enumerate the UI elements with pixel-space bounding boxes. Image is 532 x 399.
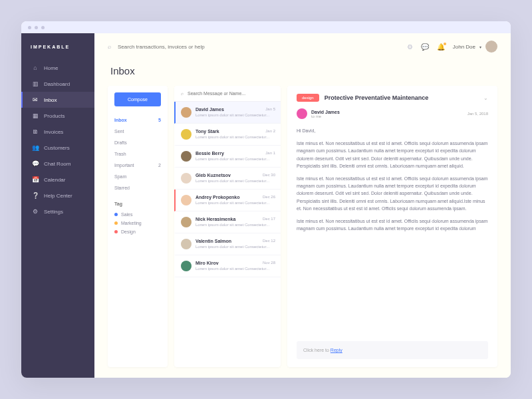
tag-dot-icon: [114, 221, 118, 225]
sidebar: IMPEKABLE ⌂Home▥Dashboard✉Inbox▦Products…: [21, 33, 94, 378]
search-icon: ⌕: [108, 43, 111, 50]
message-preview: Lorem ipsum dolor sit amet Consectetur..…: [196, 157, 275, 161]
message-item[interactable]: Valentin SalmonLorem ipsum dolor sit ame…: [174, 233, 281, 255]
nav-label: Invoices: [44, 129, 63, 135]
nav-item-invoices[interactable]: 🗎Invoices: [21, 124, 94, 140]
notifications-icon[interactable]: 🔔: [437, 43, 445, 51]
folder-important[interactable]: Important2: [114, 160, 161, 171]
reply-box[interactable]: Click here to Reply: [297, 341, 488, 359]
avatar: [181, 129, 192, 140]
tag-design[interactable]: Design: [114, 227, 161, 236]
message-search-input[interactable]: [188, 91, 274, 96]
message-preview: Lorem ipsum dolor sit amet Consectetur..…: [196, 113, 275, 117]
message-preview: Lorem ipsum dolor sit amet Consectetur..…: [196, 179, 275, 183]
settings-icon[interactable]: ⚙: [407, 43, 413, 51]
message-preview: Lorem ipsum dolor sit amet Consectetur..…: [196, 135, 275, 139]
topbar: ⌕ ⚙ 💬 🔔 John Doe ▾: [94, 33, 511, 60]
chat-icon: 💬: [32, 160, 39, 167]
tag-sales[interactable]: Sales: [114, 210, 161, 219]
nav-item-settings[interactable]: ⚙Settings: [21, 203, 94, 219]
reader-panel: design Protective Preventative Maintenan…: [287, 86, 497, 367]
global-search-input[interactable]: [118, 44, 400, 50]
message-preview: Lorem ipsum dolor sit amet Consectetur..…: [196, 267, 275, 271]
category-badge: design: [297, 94, 319, 102]
nav-label: Products: [44, 113, 65, 119]
message-list-panel: ⌕ David JamesLorem ipsum dolor sit amet …: [174, 86, 281, 367]
folder-inbox[interactable]: Inbox5: [114, 114, 161, 126]
page-title: Inbox: [94, 60, 511, 86]
nav-item-calendar[interactable]: 📅Calendar: [21, 172, 94, 188]
cal-icon: 📅: [32, 176, 39, 183]
message-item[interactable]: David JamesLorem ipsum dolor sit amet Co…: [174, 102, 281, 124]
message-item[interactable]: Nick HerasimenkaLorem ipsum dolor sit am…: [174, 211, 281, 233]
nav-label: Calendar: [44, 177, 65, 183]
avatar: [181, 107, 192, 118]
reply-link[interactable]: Reply: [331, 348, 342, 352]
home-icon: ⌂: [32, 65, 39, 71]
avatar: [181, 195, 192, 205]
tags-header: Tag: [114, 201, 161, 206]
message-preview: Lorem ipsum dolor sit amet Consectetur..…: [196, 223, 275, 227]
nav-label: Settings: [44, 209, 63, 215]
nav-label: Chat Room: [44, 161, 70, 167]
message-date: Nov 28: [263, 261, 275, 265]
message-sender: Tony Stark: [196, 129, 275, 134]
message-date: Jan 2: [265, 129, 275, 133]
avatar: [181, 217, 192, 227]
compose-button[interactable]: Compose: [114, 92, 161, 106]
nav-item-chat-room[interactable]: 💬Chat Room: [21, 156, 94, 172]
chevron-down-icon[interactable]: ⌄: [483, 95, 488, 101]
bars-icon: ▥: [32, 80, 39, 87]
message-sender: David James: [196, 107, 275, 112]
avatar: [181, 173, 192, 184]
avatar: [181, 261, 192, 271]
window-titlebar: [21, 21, 511, 33]
tag-marketing[interactable]: Marketing: [114, 219, 161, 227]
message-item[interactable]: Tony StarkLorem ipsum dolor sit amet Con…: [174, 124, 281, 146]
sender-avatar: [297, 108, 307, 119]
message-item[interactable]: Gleb KuznetsovLorem ipsum dolor sit amet…: [174, 168, 281, 190]
nav-label: Inbox: [44, 97, 57, 103]
brand-logo: IMPEKABLE: [21, 33, 94, 60]
nav-item-customers[interactable]: 👥Customers: [21, 140, 94, 156]
email-subject: Protective Preventative Maintenance: [325, 94, 478, 101]
user-name: John Doe: [453, 44, 475, 50]
folder-trash[interactable]: Trash: [114, 148, 161, 160]
message-preview: Lorem ipsum dolor sit amet Consectetur..…: [196, 201, 275, 205]
folder-sent[interactable]: Sent: [114, 126, 161, 137]
message-date: Dec 30: [263, 173, 275, 177]
tag-dot-icon: [114, 213, 118, 216]
message-item[interactable]: Miro KirovLorem ipsum dolor sit amet Con…: [174, 255, 281, 277]
folder-starred[interactable]: Starred: [114, 182, 161, 194]
user-menu[interactable]: John Doe ▾: [453, 41, 497, 53]
nav-item-products[interactable]: ▦Products: [21, 108, 94, 124]
message-date: Jan 5: [265, 107, 275, 111]
message-preview: Lorem ipsum dolor sit amet Consectetur..…: [196, 245, 275, 249]
chat-icon[interactable]: 💬: [421, 43, 429, 51]
nav-item-help-center[interactable]: ❔Help Center: [21, 188, 94, 203]
message-item[interactable]: Andrey ProkopenkoLorem ipsum dolor sit a…: [174, 190, 281, 211]
doc-icon: 🗎: [32, 128, 39, 135]
chevron-down-icon: ▾: [479, 45, 481, 49]
message-date: Dec 26: [263, 195, 275, 199]
folders-panel: Compose Inbox5SentDraftsTrashImportant2S…: [108, 86, 168, 367]
nav-item-inbox[interactable]: ✉Inbox: [21, 92, 94, 108]
message-item[interactable]: Bessie BerryLorem ipsum dolor sit amet C…: [174, 146, 281, 168]
tag-dot-icon: [114, 230, 118, 233]
users-icon: 👥: [32, 144, 39, 151]
message-date: Dec 17: [263, 217, 275, 221]
avatar: [181, 151, 192, 162]
message-date: Jan 1: [265, 151, 275, 155]
nav-label: Dashboard: [44, 81, 70, 87]
nav-item-dashboard[interactable]: ▥Dashboard: [21, 76, 94, 92]
nav-item-home[interactable]: ⌂Home: [21, 60, 94, 76]
email-body: Hi David, Iste minus et. Non necessitati…: [297, 127, 488, 237]
folder-drafts[interactable]: Drafts: [114, 137, 161, 148]
nav-label: Customers: [44, 145, 70, 151]
avatar: [181, 239, 192, 249]
nav-label: Home: [44, 65, 58, 71]
folder-spam[interactable]: Spam: [114, 171, 161, 182]
email-date: Jan 5, 2018: [467, 112, 488, 116]
user-avatar: [485, 41, 497, 53]
search-icon: ⌕: [181, 91, 184, 96]
